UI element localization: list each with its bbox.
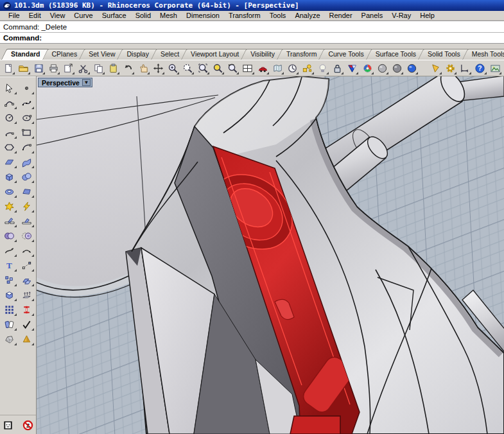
- zoom-selected-icon[interactable]: [211, 61, 225, 76]
- no-symbol-icon[interactable]: Z: [20, 418, 36, 432]
- lightning-icon[interactable]: [18, 199, 35, 213]
- adjust-curve-icon[interactable]: [18, 243, 35, 257]
- export-page-icon[interactable]: [61, 61, 76, 76]
- visibility-cards-icon[interactable]: [1, 317, 17, 331]
- print-icon[interactable]: [46, 61, 61, 76]
- boolean-difference-icon[interactable]: [18, 229, 35, 243]
- menu-view[interactable]: View: [46, 11, 70, 21]
- copy-objects-icon[interactable]: [18, 273, 35, 287]
- polyhedron-icon[interactable]: [1, 332, 17, 346]
- paste-icon[interactable]: [106, 61, 121, 76]
- tab-solid-tools[interactable]: Solid Tools: [421, 49, 467, 60]
- menu-edit[interactable]: Edit: [24, 11, 46, 21]
- plan-view-icon[interactable]: [270, 61, 285, 76]
- chamfer-edge-icon[interactable]: [18, 214, 35, 228]
- group-icon[interactable]: [1, 273, 17, 287]
- sphere-pair-icon[interactable]: [18, 169, 35, 184]
- menu-surface[interactable]: Surface: [98, 11, 131, 21]
- zoom-window-icon[interactable]: [180, 61, 195, 76]
- array-grid-icon[interactable]: [1, 302, 17, 317]
- patch-surface-icon[interactable]: [18, 184, 35, 198]
- circle-icon[interactable]: [1, 110, 17, 125]
- render-cone-icon[interactable]: [428, 61, 442, 76]
- color-wheel-icon[interactable]: [360, 61, 374, 76]
- curve-handles-icon[interactable]: [18, 140, 35, 154]
- pan-icon[interactable]: [135, 61, 150, 76]
- move-points-icon[interactable]: [18, 258, 35, 272]
- tab-display[interactable]: Display: [119, 49, 155, 60]
- boolean-union-icon[interactable]: [1, 229, 17, 243]
- object-snap-icon[interactable]: [300, 61, 315, 76]
- vray-icon[interactable]: [345, 61, 360, 76]
- menu-v-ray[interactable]: V-Ray: [387, 11, 415, 21]
- background-image-icon[interactable]: [488, 61, 503, 76]
- undo-icon[interactable]: [121, 61, 135, 76]
- torus-icon[interactable]: [1, 184, 17, 198]
- copy-icon[interactable]: [91, 61, 106, 76]
- menu-render[interactable]: Render: [325, 11, 357, 21]
- menu-curve[interactable]: Curve: [69, 11, 97, 21]
- tab-cplanes[interactable]: CPlanes: [45, 49, 85, 60]
- select-pointer-icon[interactable]: [1, 81, 17, 95]
- array-linear-icon[interactable]: [18, 288, 35, 302]
- extrude-icon[interactable]: [1, 288, 17, 302]
- cut-icon[interactable]: [76, 61, 91, 76]
- save-icon[interactable]: [31, 61, 46, 76]
- options-gear-icon[interactable]: [443, 61, 458, 76]
- dimension-icon[interactable]: [458, 61, 473, 76]
- tab-set-view[interactable]: Set View: [82, 49, 122, 60]
- tab-visibility[interactable]: Visibility: [243, 49, 282, 60]
- star-burst-icon[interactable]: [1, 199, 17, 213]
- title-bar[interactable]: 101.3dm (518396 KB) - Rhinoceros Corpora…: [0, 0, 504, 11]
- menu-file[interactable]: File: [4, 11, 24, 21]
- menu-dimension[interactable]: Dimension: [182, 11, 224, 21]
- tab-curve-tools[interactable]: Curve Tools: [321, 49, 370, 60]
- open-file-icon[interactable]: [16, 61, 31, 76]
- rectangle-icon[interactable]: [18, 125, 35, 139]
- tab-mesh-tools[interactable]: Mesh Tools: [465, 49, 504, 60]
- check-mark-icon[interactable]: [18, 317, 35, 331]
- ellipse-icon[interactable]: [18, 110, 35, 125]
- shaded-view-sphere-icon[interactable]: [375, 61, 390, 76]
- perspective-viewport[interactable]: Perspective ▼: [36, 76, 504, 434]
- gold-cone-icon[interactable]: [18, 332, 35, 346]
- polygon-icon[interactable]: [1, 140, 17, 154]
- loft-surface-icon[interactable]: [18, 155, 35, 169]
- menu-mesh[interactable]: Mesh: [155, 11, 182, 21]
- point-icon[interactable]: [18, 81, 35, 95]
- history-panel-icon[interactable]: [0, 418, 16, 432]
- menu-tools[interactable]: Tools: [265, 11, 291, 21]
- menu-solid[interactable]: Solid: [131, 11, 155, 21]
- tab-surface-tools[interactable]: Surface Tools: [369, 49, 423, 60]
- light-bulb-icon[interactable]: [315, 61, 330, 76]
- menu-panels[interactable]: Panels: [357, 11, 388, 21]
- red-column-icon[interactable]: [18, 302, 35, 317]
- cplane-dial-icon[interactable]: [285, 61, 300, 76]
- lock-icon[interactable]: [330, 61, 345, 76]
- zoom-extents-icon[interactable]: [195, 61, 210, 76]
- blend-curve-icon[interactable]: [1, 243, 17, 257]
- tab-transform[interactable]: Transform: [279, 49, 324, 60]
- viewport-layout-icon[interactable]: [240, 61, 255, 76]
- arc-icon[interactable]: [1, 125, 17, 139]
- new-file-icon[interactable]: [1, 61, 16, 76]
- tab-viewport-layout[interactable]: Viewport Layout: [184, 49, 246, 60]
- menu-transform[interactable]: Transform: [224, 11, 265, 21]
- box-icon[interactable]: [1, 169, 17, 184]
- rendered-view-sphere-icon[interactable]: [390, 61, 404, 76]
- text-icon[interactable]: T: [1, 258, 17, 272]
- zoom-in-icon[interactable]: [166, 61, 180, 76]
- control-point-curve-icon[interactable]: [1, 96, 17, 110]
- menu-help[interactable]: Help: [415, 11, 439, 21]
- tab-standard[interactable]: Standard: [4, 49, 48, 60]
- undo-view-icon[interactable]: [225, 61, 240, 76]
- viewport-menu-arrow-icon[interactable]: ▼: [82, 79, 91, 86]
- viewport-title-tab[interactable]: Perspective ▼: [38, 78, 92, 87]
- interpolate-curve-icon[interactable]: [18, 96, 35, 110]
- command-prompt-input[interactable]: Command:: [0, 32, 504, 44]
- car-icon[interactable]: [256, 61, 270, 76]
- help-icon[interactable]: ?: [473, 61, 487, 76]
- render-icon[interactable]: [404, 61, 419, 76]
- rotate-view-icon[interactable]: [151, 61, 166, 76]
- fillet-edge-icon[interactable]: [1, 214, 17, 228]
